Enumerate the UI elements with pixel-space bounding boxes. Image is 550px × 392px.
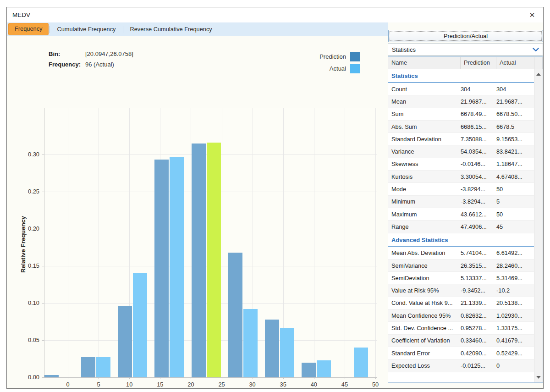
stat-actual-value: 1.02930... [493,312,534,319]
tab-frequency[interactable]: Frequency [8,23,49,35]
gridline-vertical [375,108,376,377]
stat-prediction-value: 6678.49... [457,110,493,117]
table-row[interactable]: Mode-3.8294...50 [388,183,534,195]
x-tick-label: 15 [150,381,170,388]
statistics-dropdown[interactable]: Statistics [388,44,543,55]
bar-prediction[interactable] [118,306,132,377]
stat-name: Maximum [388,211,457,218]
stat-prediction-value: -0.0146... [457,160,493,167]
bar-actual[interactable] [170,157,184,377]
section-header: Advanced Statistics [388,233,534,247]
legend-swatch-actual [350,64,360,73]
table-body: StatisticsCount304304Mean21.9687...21.96… [388,69,534,382]
bar-actual[interactable] [280,328,294,377]
stat-name: Coefficient of Variation [388,337,457,344]
bar-prediction[interactable] [44,375,59,377]
y-tick-label: 0.00 [16,374,39,381]
stat-actual-value: 83.8421... [493,148,534,155]
stat-name: Standard Error [388,350,457,357]
y-axis-line [44,108,44,377]
table-row[interactable]: Range47.4906...45 [388,221,534,233]
tab-reverse-cumulative-frequency[interactable]: Reverse Cumulative Frequency [124,23,218,35]
column-header-prediction[interactable]: Prediction [461,57,496,69]
table-row[interactable]: SemiVariance26.3515...28.2460... [388,259,534,272]
bar-prediction[interactable] [302,363,316,377]
stat-name: Skewness [388,160,457,167]
close-icon[interactable]: ✕ [525,7,539,22]
table-row[interactable]: Mean Confidence 95%0.82632...1.02930... [388,309,534,322]
medv-window: MEDV ✕ FrequencyCumulative FrequencyReve… [6,7,544,389]
column-header-actual[interactable]: Actual [496,57,534,69]
bar-actual[interactable] [317,360,331,377]
table-row[interactable]: Coefficient of Variation0.33460...0.4167… [388,335,534,347]
bar-prediction[interactable] [265,320,279,377]
table-row[interactable]: Mean21.9687...21.9687... [388,95,534,108]
x-tick-label: 40 [304,381,324,388]
stat-name: Mean Confidence 95% [388,312,457,319]
table-row[interactable]: Abs. Sum6686.15...6678.5 [388,121,534,133]
table-row[interactable]: Expected Loss-0.0125...0 [388,359,534,372]
stat-actual-value: 20.5138... [493,299,534,306]
scroll-down-icon[interactable] [536,376,541,379]
table-row[interactable]: Skewness-0.0146...1.18647... [388,158,534,171]
stat-actual-value: 4.67408... [493,173,534,180]
window-title: MEDV [12,7,30,22]
table-row[interactable]: Standard Error0.42090...0.52429... [388,347,534,359]
table-row[interactable]: Variance54.0354...83.8421... [388,145,534,158]
stat-name: Range [388,223,457,230]
bar-prediction[interactable] [192,144,206,377]
tab-cumulative-frequency[interactable]: Cumulative Frequency [51,23,121,35]
scroll-up-icon[interactable] [536,73,541,76]
title-bar: MEDV ✕ [7,7,543,22]
table-row[interactable]: Cond. Value at Risk 9...21.1339...20.513… [388,297,534,309]
x-tick-label: 45 [335,381,355,388]
table-row[interactable]: Mean Abs. Deviation5.74104...6.61492... [388,247,534,259]
stat-actual-value: 0.41679... [493,337,534,344]
bar-actual-highlighted[interactable] [207,143,221,377]
stat-name: Kurtosis [388,173,457,180]
bin-value: [20.0947,26.0758] [85,49,133,59]
x-tick-label: 0 [58,381,78,388]
bar-prediction[interactable] [228,253,242,377]
stat-name: Abs. Sum [388,123,457,130]
stat-actual-value: 45 [493,223,534,230]
bar-actual[interactable] [243,309,258,377]
gridline-vertical [314,108,314,377]
bin-info: Bin: [20.0947,26.0758] Frequency: 96 (Ac… [49,49,133,70]
bar-actual[interactable] [354,348,368,377]
table-row[interactable]: Std. Dev. Confidence ...0.95278...1.3317… [388,322,534,334]
column-header-name[interactable]: Name [388,57,461,69]
table-row[interactable]: Count304304 [388,83,534,95]
table-row[interactable]: Maximum43.6612...50 [388,208,534,221]
bar-prediction[interactable] [154,160,169,377]
stat-actual-value: 50 [493,211,534,218]
bar-actual[interactable] [96,357,110,377]
stat-prediction-value: 26.3515... [457,262,493,269]
table-row[interactable]: Sum6678.49...6678.50... [388,108,534,121]
table-row[interactable]: Value at Risk 95%-9.3452...-10.2 [388,284,534,297]
table-row[interactable]: Standard Deviation7.35088...9.15653... [388,133,534,145]
x-tick-label: 5 [88,381,109,388]
legend-item: Prediction [291,51,360,62]
stat-prediction-value: 43.6612... [457,211,493,218]
bar-prediction[interactable] [81,357,95,377]
stat-actual-value: 5 [493,198,534,205]
stat-prediction-value: 21.1339... [457,299,493,306]
table-scrollbar[interactable] [534,69,543,382]
prediction-actual-button[interactable]: Prediction/Actual [388,30,543,42]
table-row[interactable]: Minimum-3.8294...5 [388,196,534,208]
section-header: Statistics [388,69,534,83]
stat-actual-value: 9.15653... [493,136,534,143]
stat-actual-value: 0.52429... [493,350,534,357]
y-tick-label: 0.05 [16,337,39,343]
table-row[interactable]: Kurtosis3.30054...4.67408... [388,171,534,183]
bar-actual[interactable] [133,273,147,377]
x-tick-label: 50 [365,381,385,388]
stat-actual-value: 6.61492... [493,249,534,256]
stat-name: Cond. Value at Risk 9... [388,299,457,306]
y-axis-title: Relative Frequency [18,166,28,322]
bin-label: Bin: [49,49,85,59]
stat-prediction-value: 0.95278... [457,325,493,331]
table-row[interactable]: SemiDeviation5.13337...5.31469... [388,272,534,284]
stat-actual-value: 304 [493,86,534,93]
